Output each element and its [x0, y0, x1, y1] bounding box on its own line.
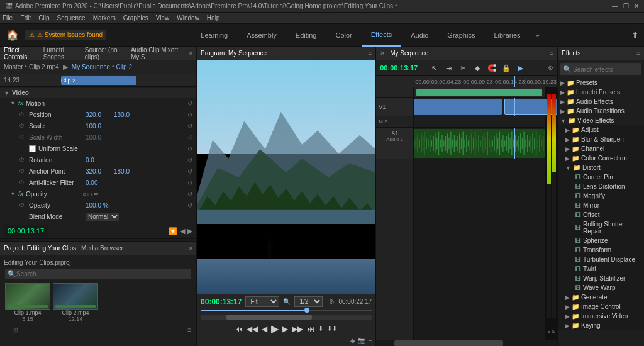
- opacity-reset[interactable]: ↺: [187, 191, 192, 198]
- tab-learning[interactable]: Learning: [192, 24, 236, 47]
- position-keyframe-icon[interactable]: ⏱: [19, 111, 26, 118]
- effect-controls-tab[interactable]: Effect Controls: [4, 47, 38, 60]
- effect-item-warp-stabilizer[interactable]: 🎞 Warp Stabilizer: [558, 274, 644, 283]
- audio-fx-header[interactable]: ▶ 📁 Audio Effects: [558, 97, 644, 106]
- anti-flicker-reset[interactable]: ↺: [187, 179, 192, 186]
- menu-view[interactable]: View: [156, 14, 170, 21]
- timeline-settings[interactable]: ⚙: [548, 65, 553, 72]
- video-expand-icon[interactable]: ▼: [4, 90, 9, 96]
- audio-clip-1[interactable]: [414, 129, 545, 158]
- tab-audio[interactable]: Audio: [402, 24, 437, 47]
- scale-reset[interactable]: ↺: [187, 123, 192, 130]
- add-track-button[interactable]: +: [552, 340, 555, 346]
- effect-item-mirror[interactable]: 🎞 Mirror: [558, 201, 644, 210]
- menu-file[interactable]: File: [3, 14, 13, 21]
- effect-item-offset[interactable]: 🎞 Offset: [558, 210, 644, 220]
- rotation-val[interactable]: 0.0: [86, 157, 114, 164]
- scale-val[interactable]: 100.0: [86, 123, 114, 130]
- settings-icon[interactable]: ⚙: [329, 298, 335, 305]
- anti-flicker-keyframe-icon[interactable]: ⏱: [19, 179, 26, 186]
- timeline-bar[interactable]: Clip 2: [23, 74, 196, 86]
- rotation-reset[interactable]: ↺: [187, 157, 192, 164]
- ripple-edit-tool[interactable]: ⇥: [442, 62, 455, 74]
- effect-item-lens-distortion[interactable]: 🎞 Lens Distortion: [558, 182, 644, 191]
- position-y[interactable]: 180.0: [114, 111, 142, 118]
- timeline-close-icon[interactable]: ✕: [380, 50, 385, 57]
- list-item[interactable]: Clip 1.mp4 5:15: [5, 283, 50, 322]
- export-button[interactable]: ⬆: [626, 30, 644, 40]
- menu-clip[interactable]: Clip: [38, 14, 49, 21]
- position-x[interactable]: 320.0: [86, 111, 114, 118]
- project-tab[interactable]: Project: Editing Your Clips: [4, 245, 76, 252]
- panel-more-button[interactable]: »: [189, 50, 192, 57]
- video-fx-header[interactable]: ▼ 📁 Video Effects: [558, 116, 644, 125]
- lumetri-scopes-tab[interactable]: Lumetri Scopes: [43, 47, 80, 60]
- menu-markers[interactable]: Markers: [93, 14, 116, 21]
- filter-btn1[interactable]: ◀: [180, 227, 185, 235]
- export-frame-button[interactable]: 📷: [358, 337, 365, 344]
- tab-effects[interactable]: Effects: [362, 24, 401, 47]
- timeline-timecode[interactable]: 00:00:13:17: [380, 64, 418, 72]
- opacity-toggle[interactable]: ▼: [10, 191, 16, 197]
- adjust-header[interactable]: ▶ 📁 Adjust: [558, 125, 644, 135]
- play-button[interactable]: ▶: [271, 323, 279, 335]
- audio-mixer-tab[interactable]: Audio Clip Mixer: My S: [131, 47, 184, 60]
- go-to-start-button[interactable]: ⏮: [235, 325, 243, 333]
- add-button[interactable]: +: [368, 337, 372, 344]
- filter-icon[interactable]: 🔽: [169, 227, 177, 235]
- project-search[interactable]: 🔍: [5, 269, 191, 279]
- marker-button[interactable]: ◆: [350, 337, 355, 344]
- tab-assembly[interactable]: Assembly: [238, 24, 286, 47]
- scale-width-val[interactable]: 100.0: [86, 134, 114, 141]
- scale-width-keyframe-icon[interactable]: ⏱: [19, 134, 26, 140]
- opacity-val-reset[interactable]: ↺: [187, 202, 192, 209]
- effect-item-twirl[interactable]: 🎞 Twirl: [558, 264, 644, 274]
- effects-search[interactable]: 🔍: [560, 63, 641, 75]
- color-correction-header[interactable]: ▶ 📁 Color Correction: [558, 153, 644, 163]
- lumetri-header[interactable]: ▶ 📁 Lumetri Presets: [558, 87, 644, 97]
- anchor-y[interactable]: 180.0: [114, 168, 142, 175]
- tab-libraries[interactable]: Libraries: [485, 24, 529, 47]
- project-settings-icon[interactable]: ≡: [187, 326, 191, 333]
- fit-select[interactable]: Fit 25% 50% 100%: [245, 296, 279, 307]
- effect-item-spherize[interactable]: 🎞 Spherize: [558, 236, 644, 245]
- monitor-scrollbar[interactable]: [201, 315, 372, 320]
- effects-menu[interactable]: ≡: [636, 50, 640, 57]
- razor-tool[interactable]: ✂: [457, 62, 469, 74]
- effect-item-transform[interactable]: 🎞 Transform: [558, 245, 644, 255]
- insert-button[interactable]: ⬇: [318, 325, 323, 332]
- anti-flicker-val[interactable]: 0.00: [86, 179, 114, 186]
- presets-header[interactable]: ▶ 📁 Presets: [558, 78, 644, 87]
- menu-window[interactable]: Window: [177, 14, 199, 21]
- more-tabs-button[interactable]: »: [531, 31, 545, 39]
- search-input[interactable]: [16, 271, 67, 277]
- timeline-sequence-label[interactable]: My Sequence: [390, 50, 428, 57]
- go-to-end-button[interactable]: ⏭: [307, 325, 314, 333]
- source-tab[interactable]: Source: (no clips): [85, 47, 126, 60]
- immersive-video-header[interactable]: ▶ 📁 Immersive Video: [558, 311, 644, 321]
- playhead-tool[interactable]: ▶: [514, 62, 527, 74]
- effect-item-turbulent-displace[interactable]: 🎞 Turbulent Displace: [558, 255, 644, 264]
- effect-item-corner-pin[interactable]: 🎞 Corner Pin: [558, 172, 644, 182]
- rotation-keyframe-icon[interactable]: ⏱: [19, 157, 26, 163]
- scale-width-reset[interactable]: ↺: [187, 134, 192, 141]
- tab-editing[interactable]: Editing: [287, 24, 326, 47]
- audio-trans-header[interactable]: ▶ 📁 Audio Transitions: [558, 106, 644, 116]
- position-reset[interactable]: ↺: [187, 111, 192, 118]
- selection-tool[interactable]: ↖: [428, 62, 440, 74]
- lock-button[interactable]: 🔒: [500, 62, 513, 74]
- program-monitor-video[interactable]: [197, 60, 375, 294]
- anchor-reset[interactable]: ↺: [187, 168, 192, 175]
- tab-color[interactable]: Color: [326, 24, 360, 47]
- close-button[interactable]: ✕: [634, 3, 639, 9]
- timeline-scrollbar[interactable]: +: [376, 340, 557, 346]
- scale-keyframe-icon[interactable]: ⏱: [19, 123, 26, 129]
- tab-graphics[interactable]: Graphics: [438, 24, 484, 47]
- monitor-progress-bar[interactable]: [201, 310, 372, 311]
- anchor-x[interactable]: 320.0: [86, 168, 114, 175]
- overwrite-button[interactable]: ⬇⬇: [327, 325, 337, 332]
- menu-graphics[interactable]: Graphics: [123, 14, 148, 21]
- minimize-button[interactable]: —: [612, 3, 618, 9]
- v1-m-btn[interactable]: M: [379, 119, 383, 125]
- blend-mode-select[interactable]: Normal Multiply Screen: [86, 213, 119, 221]
